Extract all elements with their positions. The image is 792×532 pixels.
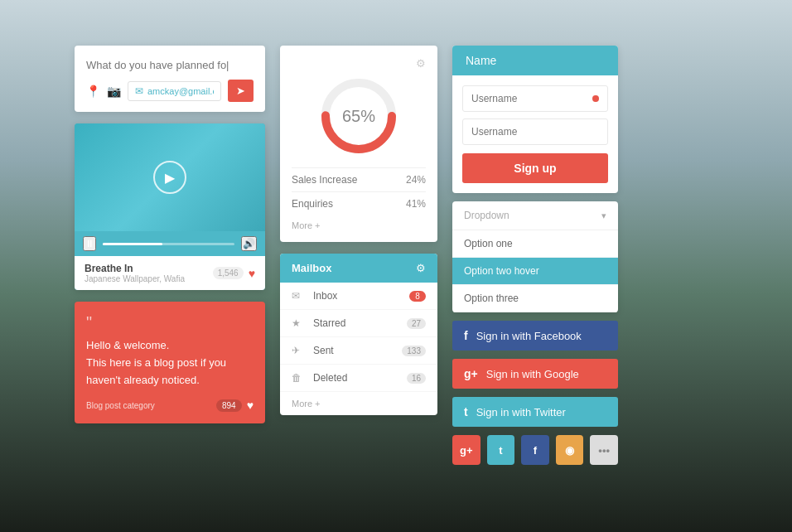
ui-container: 📍 📷 ✉ ➤ ▶ ⏸ 🔊	[0, 0, 792, 532]
dropdown-option-2[interactable]: Option two hover	[452, 258, 618, 285]
blog-text: Hello & welcome.This here is a blog post…	[86, 337, 254, 389]
video-meta: 1,546 ♥	[213, 267, 255, 280]
deleted-icon: 🗑	[292, 372, 305, 384]
email-icon: ✉	[135, 85, 143, 97]
username-input[interactable]	[471, 93, 592, 104]
social-icons-row: g+ t f ◉ •••	[452, 435, 618, 465]
donut-percent-text: 65%	[342, 107, 375, 125]
dropdown-option-1[interactable]: Option one	[452, 230, 618, 258]
facebook-icon: f	[464, 329, 468, 342]
more-circle-icon[interactable]: •••	[590, 435, 618, 465]
inbox-icon: ✉	[292, 290, 305, 302]
password-field-wrapper	[462, 118, 608, 145]
facebook-login-button[interactable]: f Sign in with Facebook	[452, 321, 618, 351]
inbox-label: Inbox	[313, 290, 401, 302]
send-icon: ➤	[236, 85, 245, 97]
pause-icon[interactable]: ⏸	[83, 236, 96, 251]
required-dot	[592, 95, 599, 102]
blog-footer: Blog post category 894 ♥	[86, 399, 254, 412]
send-button[interactable]: ➤	[228, 80, 254, 102]
chart-widget: ⚙ 65% Sales Increase 24% Enquiries 41% M…	[280, 46, 437, 242]
sent-count: 133	[402, 346, 426, 356]
stat-value-enquiries: 41%	[406, 198, 426, 210]
dropdown-option-3[interactable]: Option three	[452, 285, 618, 312]
video-thumbnail: ▶	[75, 123, 265, 231]
chart-header: ⚙	[292, 57, 426, 70]
facebook-button-label: Sign in with Facebook	[476, 330, 582, 342]
signup-header-label: Name	[466, 54, 496, 67]
video-details: Breathe In Japanese Wallpaper, Wafia	[85, 263, 185, 283]
sent-icon: ✈	[292, 345, 305, 356]
sent-label: Sent	[313, 345, 394, 356]
mailbox-more-link[interactable]: More +	[280, 392, 437, 415]
username-field-wrapper	[462, 85, 608, 112]
dropdown-widget: Dropdown ▾ Option one Option two hover O…	[452, 201, 618, 312]
signup-body: Sign up	[452, 75, 618, 193]
dropdown-trigger[interactable]: Dropdown ▾	[452, 201, 618, 230]
volume-icon[interactable]: 🔊	[241, 236, 257, 251]
signup-header: Name	[452, 46, 618, 75]
starred-label: Starred	[313, 317, 398, 329]
facebook-circle-icon[interactable]: f	[521, 435, 549, 465]
globe-circle-icon[interactable]: ◉	[556, 435, 584, 465]
donut-chart: 65%	[292, 75, 426, 157]
column-3: Name Sign up Dropdown ▾ Option one Optio…	[452, 46, 618, 465]
chart-more-link[interactable]: More +	[292, 215, 426, 230]
play-button[interactable]: ▶	[153, 161, 186, 194]
settings-icon[interactable]: ⚙	[416, 57, 426, 70]
mailbox-settings-icon[interactable]: ⚙	[416, 262, 426, 274]
twitter-icon: t	[464, 405, 468, 418]
mail-item-inbox[interactable]: ✉ Inbox 8	[280, 283, 437, 310]
stat-label-sales: Sales Increase	[292, 174, 357, 186]
stat-row-sales: Sales Increase 24%	[292, 167, 426, 191]
quote-mark: "	[86, 313, 254, 332]
heart-icon[interactable]: ♥	[249, 267, 255, 280]
video-info: Breathe In Japanese Wallpaper, Wafia 1,5…	[75, 256, 265, 290]
video-artist: Japanese Wallpaper, Wafia	[85, 274, 185, 283]
starred-count: 27	[407, 318, 426, 329]
mailbox-title: Mailbox	[292, 262, 331, 274]
progress-fill	[103, 243, 162, 245]
google-login-button[interactable]: g+ Sign in with Google	[452, 359, 618, 389]
password-input[interactable]	[471, 126, 599, 138]
chevron-down-icon: ▾	[601, 210, 606, 221]
signup-widget: Name Sign up	[452, 46, 618, 193]
post-input[interactable]	[86, 59, 254, 71]
google-button-label: Sign in with Google	[486, 368, 579, 380]
mail-item-deleted[interactable]: 🗑 Deleted 16	[280, 365, 437, 392]
location-icon[interactable]: 📍	[86, 85, 100, 98]
play-count: 1,546	[213, 267, 244, 279]
starred-icon: ★	[292, 317, 305, 329]
google-icon: g+	[464, 367, 478, 380]
blog-heart-icon[interactable]: ♥	[247, 399, 254, 412]
deleted-label: Deleted	[313, 372, 398, 384]
mail-item-starred[interactable]: ★ Starred 27	[280, 310, 437, 337]
donut-svg: 65%	[317, 75, 400, 157]
email-input[interactable]	[147, 86, 214, 96]
column-1: 📍 📷 ✉ ➤ ▶ ⏸ 🔊	[75, 46, 265, 423]
post-toolbar: 📍 📷 ✉ ➤	[86, 80, 254, 102]
blog-meta: 894 ♥	[216, 399, 254, 412]
blog-widget: " Hello & welcome.This here is a blog po…	[75, 302, 265, 423]
twitter-circle-icon[interactable]: t	[487, 435, 515, 465]
video-widget: ▶ ⏸ 🔊 Breathe In Japanese Wallpaper, Waf…	[75, 123, 265, 290]
mail-item-sent[interactable]: ✈ Sent 133	[280, 337, 437, 365]
video-controls: ⏸ 🔊	[75, 231, 265, 256]
blog-category: Blog post category	[86, 401, 155, 410]
twitter-login-button[interactable]: t Sign in with Twitter	[452, 397, 618, 427]
stat-value-sales: 24%	[406, 174, 426, 186]
video-title: Breathe In	[85, 263, 185, 274]
post-widget: 📍 📷 ✉ ➤	[75, 46, 265, 112]
progress-bar[interactable]	[103, 243, 234, 245]
twitter-button-label: Sign in with Twitter	[476, 406, 566, 418]
camera-icon[interactable]: 📷	[107, 85, 121, 98]
email-area: ✉	[128, 81, 221, 101]
dropdown-label: Dropdown	[464, 210, 509, 221]
mailbox-widget: Mailbox ⚙ ✉ Inbox 8 ★ Starred 27 ✈ Sent …	[280, 254, 437, 415]
column-2: ⚙ 65% Sales Increase 24% Enquiries 41% M…	[280, 46, 437, 415]
deleted-count: 16	[407, 373, 426, 384]
blog-count: 894	[216, 399, 242, 412]
signup-button[interactable]: Sign up	[462, 153, 608, 183]
inbox-count: 8	[409, 291, 426, 302]
google-circle-icon[interactable]: g+	[452, 435, 481, 465]
